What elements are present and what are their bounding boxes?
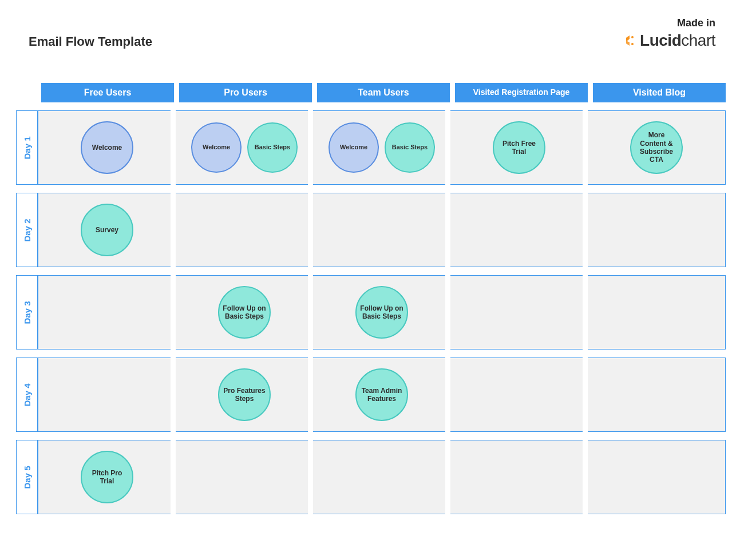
flow-node[interactable]: Basic Steps [385,122,435,173]
day-label-box: Day 3 [16,275,38,349]
grid-cell [38,276,176,349]
grid-cell: Pitch Pro Trial [38,440,176,514]
rows-container: Day 1WelcomeWelcomeBasic StepsWelcomeBas… [16,110,726,514]
header: Email Flow Template Made in Lucidchart [0,0,744,55]
day-row: Day 4Pro Features StepsTeam Admin Featur… [16,358,726,432]
day-label: Day 4 [22,383,32,406]
lucidchart-logo: Lucidchart [623,31,715,50]
flow-node[interactable]: Pitch Pro Trial [81,451,133,503]
grid-cell: Follow Up on Basic Steps [176,276,313,349]
grid-cell: Welcome [38,111,176,184]
grid-cell: More Content & Subscribe CTA [588,111,725,184]
branding: Made in Lucidchart [623,17,715,50]
grid-cell: Pitch Free Trial [450,111,588,184]
day-row: Day 5Pitch Pro Trial [16,440,726,514]
flow-node[interactable]: Basic Steps [247,122,298,173]
grid-cell [450,276,588,349]
day-label-box: Day 1 [16,110,38,185]
flow-node[interactable]: Follow Up on Basic Steps [355,286,408,339]
flow-grid: Free UsersPro UsersTeam UsersVisited Reg… [16,83,726,522]
column-headers-row: Free UsersPro UsersTeam UsersVisited Reg… [41,83,726,102]
grid-cell [38,358,176,431]
flow-node[interactable]: Follow Up on Basic Steps [218,286,271,339]
swimlane: Pro Features StepsTeam Admin Features [38,358,726,432]
grid-cell [450,440,588,514]
grid-cell: Follow Up on Basic Steps [313,276,450,349]
swimlane: Pitch Pro Trial [38,440,726,514]
grid-cell: WelcomeBasic Steps [176,111,313,184]
grid-cell [588,440,725,514]
flow-node[interactable]: Pitch Free Trial [493,121,545,174]
column-header: Team Users [317,83,450,102]
day-label-box: Day 4 [16,358,38,432]
swimlane: Follow Up on Basic StepsFollow Up on Bas… [38,275,726,349]
column-header: Visited Registration Page [455,83,588,102]
column-header: Visited Blog [593,83,726,102]
svg-point-0 [631,36,634,38]
column-header: Free Users [41,83,174,102]
grid-cell: Pro Features Steps [176,358,313,431]
day-label: Day 3 [22,301,32,324]
grid-cell: Survey [38,193,176,267]
grid-cell: WelcomeBasic Steps [313,111,450,184]
flow-node[interactable]: Survey [81,204,133,256]
grid-cell [588,276,725,349]
flow-node[interactable]: Pro Features Steps [218,368,271,421]
grid-cell: Team Admin Features [313,358,450,431]
grid-cell [450,193,588,267]
grid-cell [176,193,313,267]
day-row: Day 3Follow Up on Basic StepsFollow Up o… [16,275,726,349]
grid-cell [450,358,588,431]
svg-point-1 [631,43,634,45]
day-label: Day 1 [22,136,32,159]
lucidchart-icon [623,34,636,47]
day-label-box: Day 5 [16,440,38,514]
lucidchart-wordmark: Lucidchart [640,31,715,50]
grid-cell [313,440,450,514]
day-label-box: Day 2 [16,193,38,267]
grid-cell [588,193,725,267]
grid-cell [176,440,313,514]
page-title: Email Flow Template [29,34,152,49]
day-row: Day 1WelcomeWelcomeBasic StepsWelcomeBas… [16,110,726,185]
flow-node[interactable]: Welcome [191,122,242,173]
day-row: Day 2Survey [16,193,726,267]
day-label: Day 2 [22,219,32,241]
grid-cell [588,358,725,431]
swimlane: Survey [38,193,726,267]
grid-cell [313,193,450,267]
day-label: Day 5 [22,466,32,488]
column-header: Pro Users [179,83,312,102]
flow-node[interactable]: Welcome [81,121,133,174]
flow-node[interactable]: More Content & Subscribe CTA [630,121,683,174]
swimlane: WelcomeWelcomeBasic StepsWelcomeBasic St… [38,110,726,185]
flow-node[interactable]: Team Admin Features [355,368,408,421]
flow-node[interactable]: Welcome [329,122,379,173]
made-in-label: Made in [623,17,715,29]
